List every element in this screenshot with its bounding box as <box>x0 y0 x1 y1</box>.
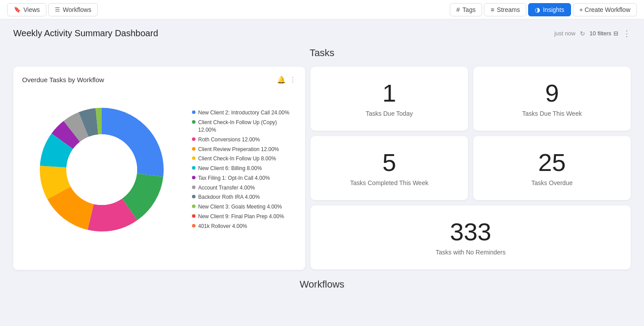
legend-label: Client Check-In Follow Up 8.00% <box>198 155 276 163</box>
filter-icon: ⊟ <box>613 30 618 37</box>
tasks-due-week-label: Tasks Due This Week <box>522 110 582 117</box>
legend-dot <box>192 205 196 208</box>
cards-section: Overdue Tasks by Workflow 🔔 ⋮ <box>13 67 631 270</box>
workflows-section-title: Workflows <box>13 279 631 290</box>
header-actions: just now ↻ 10 filters ⊟ ⋮ <box>554 29 631 38</box>
tasks-overdue-card: 25 Tasks Overdue <box>473 136 631 200</box>
legend-item: Client Check-In Follow Up (Copy) 12.00% <box>192 119 296 134</box>
streams-icon: ≡ <box>491 6 494 13</box>
tasks-no-reminders-count: 333 <box>450 220 491 244</box>
stat-row-2: 5 Tasks Completed This Week 25 Tasks Ove… <box>310 136 631 200</box>
tasks-no-reminders-label: Tasks with No Reminders <box>436 249 506 256</box>
legend-dot <box>192 120 196 124</box>
legend-item: Tax Filing 1: Opt-In Call 4.00% <box>192 174 296 182</box>
chart-header: Overdue Tasks by Workflow 🔔 ⋮ <box>22 76 296 84</box>
last-updated: just now <box>554 30 575 37</box>
legend-label: New Client 3: Goals Meeting 4.00% <box>198 203 282 211</box>
legend-item: Account Transfer 4.00% <box>192 184 296 192</box>
insights-icon: ◑ <box>535 6 540 13</box>
legend-dot <box>192 195 196 198</box>
more-options-button[interactable]: ⋮ <box>623 29 631 38</box>
legend-label: 401k Rollover 4.00% <box>198 223 247 230</box>
legend-dot <box>192 186 196 189</box>
legend-dot <box>192 166 196 170</box>
filters-label: 10 filters <box>590 30 611 37</box>
donut-chart <box>22 90 181 249</box>
legend-label: Client Review Preperation 12.00% <box>198 146 279 153</box>
tasks-due-week-count: 9 <box>545 81 559 106</box>
stat-row-1: 1 Tasks Due Today 9 Tasks Due This Week <box>310 67 631 131</box>
chart-legend: New Client 2: Introductory Call 24.00% C… <box>192 109 296 230</box>
legend-dot <box>192 224 196 227</box>
chart-more-icon[interactable]: ⋮ <box>289 76 296 84</box>
tags-label: Tags <box>463 6 476 13</box>
legend-label: New Client 2: Introductory Call 24.00% <box>198 109 289 117</box>
legend-label: Client Check-In Follow Up (Copy) 12.00% <box>198 119 296 134</box>
legend-item: Roth Conversions 12.00% <box>192 136 296 144</box>
workflows-label: Workflows <box>63 6 91 13</box>
nav-left: 🔖 Views ☰ Workflows <box>7 3 450 16</box>
bell-icon[interactable]: 🔔 <box>277 76 286 84</box>
tasks-completed-week-card: 5 Tasks Completed This Week <box>310 136 468 200</box>
views-label: Views <box>23 6 40 13</box>
legend-item: New Client 9: Final Plan Prep 4.00% <box>192 213 296 220</box>
create-workflow-button[interactable]: + Create Workflow <box>573 3 637 16</box>
tags-button[interactable]: # Tags <box>450 3 482 16</box>
tasks-due-week-card: 9 Tasks Due This Week <box>473 67 631 131</box>
legend-item: New Client 6: Billing 8.00% <box>192 165 296 172</box>
stat-cards-column: 1 Tasks Due Today 9 Tasks Due This Week … <box>310 67 631 270</box>
tasks-overdue-label: Tasks Overdue <box>531 179 572 186</box>
page-title: Weekly Activity Summary Dashboard <box>13 28 158 38</box>
dashboard-header: Weekly Activity Summary Dashboard just n… <box>13 28 631 38</box>
legend-dot <box>192 214 196 218</box>
insights-label: Insights <box>543 6 564 13</box>
insights-button[interactable]: ◑ Insights <box>528 3 571 16</box>
legend-dot <box>192 137 196 141</box>
legend-dot <box>192 110 196 114</box>
streams-label: Streams <box>497 6 520 13</box>
legend-label: New Client 6: Billing 8.00% <box>198 165 262 172</box>
legend-item: New Client 3: Goals Meeting 4.00% <box>192 203 296 211</box>
chart-title: Overdue Tasks by Workflow <box>22 76 104 83</box>
main-content: Weekly Activity Summary Dashboard just n… <box>0 19 644 299</box>
legend-dot <box>192 147 196 151</box>
legend-item: Client Check-In Follow Up 8.00% <box>192 155 296 163</box>
overdue-tasks-chart-card: Overdue Tasks by Workflow 🔔 ⋮ <box>13 67 305 270</box>
tasks-completed-week-label: Tasks Completed This Week <box>350 179 429 186</box>
chart-icons: 🔔 ⋮ <box>277 76 296 84</box>
tags-icon: # <box>456 6 460 13</box>
list-icon: ☰ <box>55 6 60 13</box>
legend-dot <box>192 156 196 160</box>
tasks-no-reminders-card: 333 Tasks with No Reminders <box>310 205 631 269</box>
legend-item: Backdoor Roth IRA 4.00% <box>192 193 296 201</box>
legend-label: Roth Conversions 12.00% <box>198 136 260 144</box>
tasks-section-title: Tasks <box>13 47 631 59</box>
tasks-due-today-card: 1 Tasks Due Today <box>310 67 468 131</box>
legend-label: New Client 9: Final Plan Prep 4.00% <box>198 213 284 220</box>
tasks-due-today-count: 1 <box>382 81 396 106</box>
create-workflow-label: + Create Workflow <box>579 6 630 13</box>
tasks-completed-week-count: 5 <box>382 150 396 175</box>
legend-dot <box>192 176 196 179</box>
refresh-icon[interactable]: ↻ <box>580 30 585 37</box>
legend-item: Client Review Preperation 12.00% <box>192 146 296 153</box>
nav-right: # Tags ≡ Streams ◑ Insights + Create Wor… <box>450 3 637 16</box>
workflows-button[interactable]: ☰ Workflows <box>48 3 98 16</box>
svg-point-12 <box>66 134 137 205</box>
legend-item: 401k Rollover 4.00% <box>192 223 296 230</box>
tasks-due-today-label: Tasks Due Today <box>366 110 413 117</box>
streams-button[interactable]: ≡ Streams <box>484 3 526 16</box>
chart-body: New Client 2: Introductory Call 24.00% C… <box>22 90 296 249</box>
tasks-overdue-count: 25 <box>538 150 566 175</box>
legend-item: New Client 2: Introductory Call 24.00% <box>192 109 296 117</box>
legend-label: Account Transfer 4.00% <box>198 184 255 192</box>
bookmark-icon: 🔖 <box>14 6 21 13</box>
top-navigation: 🔖 Views ☰ Workflows # Tags ≡ Streams ◑ I… <box>0 0 644 19</box>
legend-label: Tax Filing 1: Opt-In Call 4.00% <box>198 174 270 182</box>
views-button[interactable]: 🔖 Views <box>7 3 46 16</box>
legend-label: Backdoor Roth IRA 4.00% <box>198 193 260 201</box>
filters-button[interactable]: 10 filters ⊟ <box>590 30 618 37</box>
